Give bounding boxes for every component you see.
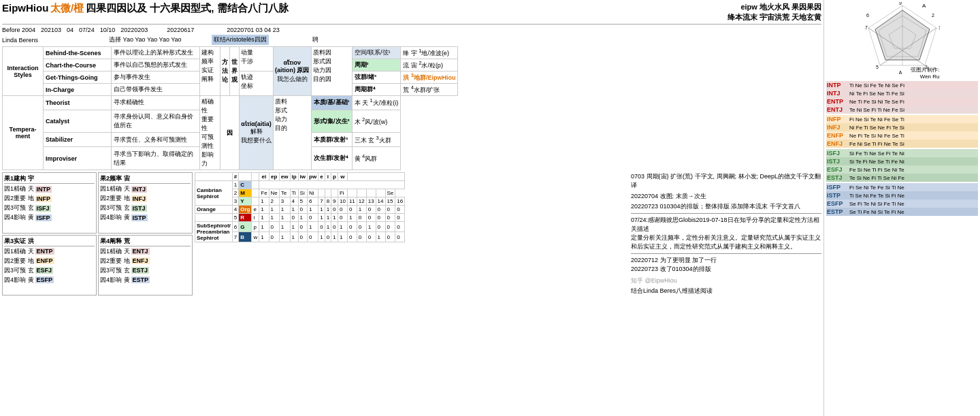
esfj-funcs: Fe Si Ne Ti Fi Se Ni Te xyxy=(849,167,904,173)
mbti-nf-group: INFP Fi Ne Si Te Ni Fe Se Ti INFJ Ni Fe … xyxy=(826,115,978,148)
r3-7: 7 xyxy=(318,197,325,206)
r7-6: 0 xyxy=(308,232,318,242)
esfp-funcs: Se Fi Te Ni Si Fe Ti Ne xyxy=(849,201,904,207)
r3-4: 4 xyxy=(290,197,298,206)
f3i4-yin: 因4影响 黄 xyxy=(4,276,34,285)
orange-label: Orange xyxy=(195,206,233,214)
lian-aristoteles: 联结Aristotelēs四因 xyxy=(212,35,269,45)
row4-letter: Org xyxy=(239,206,252,214)
mbti-isfj-row: ISFJ Si Fe Ti Ne Se Fi Te Ni xyxy=(826,149,978,157)
r4-15: 0 xyxy=(385,206,395,214)
row5-prefix: i xyxy=(252,214,259,222)
fruit2-section: 果2频率 宙 因1精确 天 INTJ 因2重要 地 INFJ 因3可预 玄 IS… xyxy=(98,172,193,234)
sephirot-row-5: 5 R i 1 1 1 0 1 0 1 1 1 0 xyxy=(195,214,405,222)
ben1: 本 天 1火/准粒(i) xyxy=(352,96,401,110)
note3: 20220723 010304的排版；整体排版 添加降本流末 千字文首八 xyxy=(631,202,821,211)
ben3: 三木 玄 3火群 xyxy=(352,133,401,147)
spider-num-top: 8 xyxy=(899,2,902,3)
f1i2-yin: 因2重要 地 xyxy=(4,194,34,203)
estp-type: ESTP xyxy=(827,208,847,215)
r4-4: 1 xyxy=(290,206,298,214)
date-04: 04 xyxy=(67,27,74,33)
f1i2-type: INFP xyxy=(35,195,52,202)
fruit4-item1: 因1精确 天 ENTJ xyxy=(100,247,191,256)
cambrian-label: CambrianSephirot xyxy=(195,181,233,206)
note4: 07/24:感谢顾彼思Globis2019-07-18日在知乎分享的定量和定性方… xyxy=(631,216,821,234)
fruit2-item3: 因3可预 玄 ISTJ xyxy=(100,204,191,212)
f1i4-yin: 因4影响 黄 xyxy=(4,213,34,222)
r5-9: 1 xyxy=(331,214,338,222)
r7-15: 0 xyxy=(385,232,395,242)
zhiliao-items: 质料因 形式因 动力因 目的因 xyxy=(311,47,352,96)
row1-empty xyxy=(259,181,405,189)
r6-10: 1 xyxy=(338,222,347,232)
style-behind-desc: 事件以理论上的某种形式发生 xyxy=(112,47,200,59)
row2-prefix xyxy=(252,189,259,197)
r5-16: 0 xyxy=(395,214,405,222)
temp-stabilizer-desc: 寻求责任、义务和可预测性 xyxy=(112,133,200,147)
istp-funcs: Ti Se Ni Fe Te Si Fi Ne xyxy=(849,193,904,199)
fruit2-header: 果2频率 宙 xyxy=(100,174,191,184)
fruit3-item1: 因1精确 天 ENTP xyxy=(4,247,95,256)
r6-3: 1 xyxy=(279,222,290,232)
r6-4: 1 xyxy=(290,222,298,232)
fruit2-item4: 因4影响 黄 ISTP xyxy=(100,213,191,222)
r4-2: 1 xyxy=(269,206,279,214)
date-202103: 202103 xyxy=(41,27,61,33)
sephirot-table: # ei ep ew ip iw pw e i p w xyxy=(195,172,405,242)
row6-prefix: p xyxy=(252,222,259,232)
spider-num-2: 2 xyxy=(932,13,934,18)
zhihu-watermark: 知乎 @EipwHiou xyxy=(631,276,821,285)
temp-attrs: 精确性 重要性 可预测性 影响力 xyxy=(200,96,220,170)
isfp-type: ISFP xyxy=(827,184,847,191)
note9: 结合Linda Beres八维描述阅读 xyxy=(631,287,821,295)
infj-type: INFJ xyxy=(827,124,847,131)
mbti-infj-row: INFJ Ni Fe Ti Se Ne Fi Te Si xyxy=(826,123,978,131)
aitia2-main: αἰτία(aitia) xyxy=(241,121,272,127)
temp-catalyst: Catalyst xyxy=(44,110,112,133)
row1-letter: C xyxy=(239,181,252,189)
main-content: InteractionStyles Behind-the-Scenes 事件以理… xyxy=(2,46,821,170)
temp-stabilizer: Stabilizer xyxy=(44,133,112,147)
r3-9: 9 xyxy=(331,197,338,206)
main-container: EipwHiou 太微/橙 四果四因以及 十六果因型式, 需结合八门八脉 eip… xyxy=(0,0,980,416)
sephirot-row-4: Orange 4 Org e 1 1 1 1 0 1 1 1 0 xyxy=(195,206,405,214)
r3-2: 2 xyxy=(269,197,279,206)
r5-1: 1 xyxy=(259,214,269,222)
isfp-funcs: Fi Se Ni Te Fe Si Ti Ne xyxy=(849,185,904,191)
date-0724: 07/24 xyxy=(79,27,95,33)
r3-11: 11 xyxy=(347,197,357,206)
r3-1: 1 xyxy=(259,197,269,206)
mbti-intp-row: INTP Ti Ne Si Fe Te Ni Se Fi xyxy=(826,81,978,89)
fruit3-header: 果3实证 洪 xyxy=(4,237,95,246)
aitia2-cell: αἰτία(aitia) 解释 我想要什么 xyxy=(240,96,274,170)
r3-13: 13 xyxy=(366,197,376,206)
aitia-en: (aition) 原因 xyxy=(275,66,310,75)
col-p: p xyxy=(331,173,338,181)
col-ew: ew xyxy=(279,173,290,181)
f1i4-type: ISFP xyxy=(35,214,52,221)
r3-6: 6 xyxy=(308,197,318,206)
mbti-enfj-row: ENFJ Fe Ni Se Ti Fi Ne Te Si xyxy=(826,140,978,148)
header-right: eipw 地火水风 果因果因 绛本流末 宇宙洪荒 天地玄黄 xyxy=(728,2,821,22)
date-20220203: 20220203 xyxy=(120,27,148,33)
zl4: 目的因 xyxy=(313,75,350,84)
fruit3-item2: 因2重要 地 ENFP xyxy=(4,257,95,266)
r4-16: 0 xyxy=(395,206,405,214)
f2i1-type: INTJ xyxy=(131,186,148,193)
r2-13 xyxy=(366,189,376,197)
dates-row: Before 2004 202103 04 07/24 10/10 202202… xyxy=(2,27,821,33)
worldview-label: 方法论 xyxy=(220,47,230,96)
mbti-entj-row: ENTJ Te Ni Se Fi Ti Ne Fe Si xyxy=(826,106,978,114)
istj-funcs: Si Te Fi Ne Se Ti Fe Ni xyxy=(849,159,904,165)
style-get-desc: 参与事件发生 xyxy=(112,71,200,84)
row7-letter: B xyxy=(239,232,252,242)
r6-5: 0 xyxy=(298,222,307,232)
bi1: 质料 xyxy=(275,97,310,106)
fruit4-item3: 因3可预 玄 ESTJ xyxy=(100,266,191,275)
space4: 荒 4水群/扩张 xyxy=(401,84,458,96)
r7-7: 1 xyxy=(318,232,325,242)
r6-13: 1 xyxy=(366,222,376,232)
mbti-groups: INTP Ti Ne Si Fe Te Ni Se Fi INTJ Ni Te … xyxy=(826,81,978,216)
sephirot-col-num: # xyxy=(232,173,238,181)
